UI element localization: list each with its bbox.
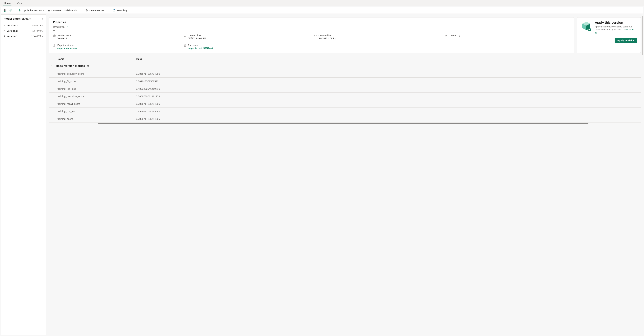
- prop-label: Last modified: [318, 34, 336, 37]
- prop-experiment-name: Experiment name experiment-churn: [53, 44, 178, 49]
- apply-title: Apply this version: [595, 21, 637, 24]
- metric-value: 0.4383202046459716: [136, 87, 632, 90]
- sidebar-version-1[interactable]: Version 1 12:44:27 PM: [3, 33, 44, 39]
- apply-version-label: Apply this version: [23, 9, 42, 12]
- tab-bar: Home View: [0, 0, 644, 6]
- edit-icon[interactable]: [66, 26, 68, 28]
- chevron-right-icon: [4, 24, 6, 26]
- prop-label: Experiment name: [57, 44, 77, 46]
- prop-value: 5/8/2023 4:09 PM: [318, 37, 336, 40]
- download-icon: [48, 9, 50, 11]
- metric-value: 0.781013552568592: [136, 80, 632, 83]
- chevron-down-icon: ▾: [633, 39, 634, 41]
- chevron-right-icon: [4, 35, 6, 37]
- properties-card: Properties Description —: [49, 17, 574, 53]
- metrics-header: Name Value: [49, 56, 641, 62]
- play-icon: [19, 9, 22, 11]
- metric-row: training_score 0.7865714285714286: [49, 115, 641, 123]
- prop-label: Created by: [449, 34, 460, 37]
- refresh-clock-icon: [314, 34, 317, 37]
- prop-label: Version name: [57, 34, 72, 37]
- properties-title: Properties: [53, 21, 570, 24]
- flask-icon: [53, 44, 56, 47]
- person-icon: [445, 34, 447, 37]
- col-value: Value: [136, 57, 632, 60]
- metric-name: training_roc_auc: [58, 110, 136, 113]
- cube-icon: [53, 34, 56, 37]
- download-model-button[interactable]: Download model version: [46, 8, 80, 12]
- metric-value: 0.8589021514883585: [136, 110, 632, 113]
- content: Properties Description —: [46, 14, 643, 335]
- sidebar-version-3[interactable]: Version 3 4:09:42 PM: [3, 23, 44, 28]
- model-cube-icon: [581, 21, 592, 31]
- sidebar-version-2[interactable]: Version 2 1:07:50 PM: [3, 28, 44, 33]
- apply-model-button[interactable]: Apply model ▾: [614, 38, 637, 43]
- experiment-link[interactable]: experiment-churn: [57, 47, 77, 49]
- metric-name: training_precision_score: [58, 95, 136, 98]
- sensitivity-icon: [112, 9, 115, 11]
- sensitivity-button[interactable]: Sensitivity: [111, 8, 129, 12]
- toolbar: Apply this version ▾ Download model vers…: [1, 7, 643, 14]
- col-name: Name: [58, 57, 136, 60]
- trash-icon: [86, 9, 88, 11]
- metric-row: training_accuracy_score 0.78657142857142…: [49, 70, 641, 78]
- delete-version-label: Delete version: [90, 9, 105, 12]
- chevron-down-icon: [51, 65, 53, 67]
- tab-home[interactable]: Home: [3, 0, 12, 6]
- metric-name: training_recall_score: [58, 102, 136, 105]
- metric-value: 0.7865714285714286: [136, 72, 632, 75]
- metrics-section: Name Value Model version metrics (7) tra…: [49, 56, 641, 123]
- metric-name: training_f1_score: [58, 80, 136, 83]
- horizontal-scrollbar[interactable]: [98, 123, 588, 124]
- metric-row: training_recall_score 0.7865714285714286: [49, 100, 641, 108]
- metric-row: training_roc_auc 0.8589021514883585: [49, 108, 641, 115]
- metric-name: training_accuracy_score: [58, 72, 136, 75]
- external-link-icon: [595, 32, 597, 34]
- apply-version-button[interactable]: Apply this version ▾: [18, 8, 46, 12]
- prop-label: Created time: [188, 34, 206, 37]
- metric-row: training_f1_score 0.781013552568592: [49, 78, 641, 85]
- metric-name: training_log_loss: [58, 87, 136, 90]
- sidebar: model-churn-sklearn Version 3 4:09:42 PM…: [1, 14, 46, 335]
- sensitivity-label: Sensitivity: [116, 9, 128, 12]
- description-value: —: [53, 29, 570, 31]
- svg-point-5: [588, 27, 591, 31]
- download-model-label: Download model version: [52, 9, 78, 12]
- metric-value: 0.7865714285714286: [136, 102, 632, 105]
- prop-value: 5/8/2023 4:09 PM: [188, 37, 206, 40]
- collapse-icon[interactable]: [41, 18, 43, 20]
- version-name: Version 2: [7, 29, 18, 32]
- metric-name: training_score: [58, 117, 136, 120]
- version-name: Version 1: [7, 35, 18, 37]
- delete-version-button[interactable]: Delete version: [84, 8, 106, 12]
- prop-run-name: Run name magenta_pot_509tfyd4: [184, 44, 309, 49]
- apply-card: Apply this version Apply this model vers…: [577, 17, 641, 53]
- apply-text: Apply this model version to generate pre…: [595, 25, 637, 34]
- prop-label: Run name: [188, 44, 213, 46]
- version-time: 12:44:27 PM: [31, 35, 43, 37]
- prop-value: Version 3: [57, 37, 72, 40]
- apply-model-label: Apply model: [617, 39, 632, 42]
- prop-created-by: Created by: [445, 34, 570, 40]
- metric-value: 0.7865714285714286: [136, 117, 632, 120]
- chevron-down-icon: ▾: [43, 9, 44, 11]
- version-time: 1:07:50 PM: [32, 29, 44, 32]
- prop-version-name: Version name Version 3: [53, 34, 178, 40]
- metric-row: training_precision_score 0.7809789511181…: [49, 93, 641, 100]
- metric-row: training_log_loss 0.4383202046459716: [49, 85, 641, 93]
- metrics-group-toggle[interactable]: Model version metrics (7): [49, 62, 641, 70]
- gear-icon[interactable]: [8, 8, 13, 12]
- svg-point-0: [10, 10, 11, 11]
- svg-rect-4: [184, 45, 186, 46]
- metrics-group-title: Model version metrics (7): [56, 64, 89, 68]
- run-link[interactable]: magenta_pot_509tfyd4: [188, 47, 213, 49]
- refresh-icon[interactable]: [3, 8, 7, 12]
- prop-last-modified: Last modified 5/8/2023 4:09 PM: [314, 34, 440, 40]
- vertical-scrollbar[interactable]: [642, 16, 643, 55]
- clipboard-icon: [184, 44, 186, 47]
- tab-view[interactable]: View: [16, 0, 23, 6]
- version-time: 4:09:42 PM: [32, 24, 44, 27]
- svg-point-3: [446, 35, 446, 36]
- metric-value: 0.7809789511181253: [136, 95, 632, 98]
- chevron-right-icon: [4, 30, 6, 31]
